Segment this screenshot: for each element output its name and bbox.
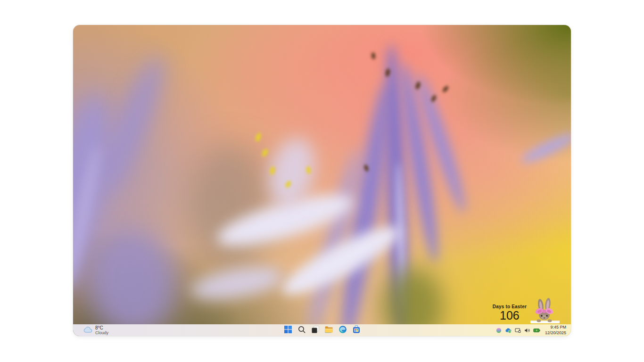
wallpaper-petal — [396, 62, 444, 264]
wallpaper-stamen — [255, 132, 262, 142]
taskbar: 8°C Cloudy — [73, 324, 571, 336]
taskbar-center-icons — [282, 324, 362, 336]
wallpaper-anther — [371, 52, 376, 60]
cloud-icon — [83, 326, 92, 335]
store-icon — [352, 325, 361, 336]
wallpaper-anther — [385, 68, 391, 77]
desktop-wallpaper[interactable] — [73, 25, 571, 336]
wallpaper-petal — [334, 82, 397, 336]
wallpaper-petal — [395, 162, 406, 313]
clock-date: 12/20/2025 — [545, 330, 566, 336]
wallpaper-petal — [412, 72, 471, 215]
desktop-screen: Days to Easter 106 — [73, 25, 571, 336]
start-button[interactable] — [282, 325, 294, 336]
weather-widget[interactable]: 8°C Cloudy — [73, 324, 108, 336]
network-tray-icon[interactable] — [515, 328, 521, 333]
wallpaper-stamen — [269, 166, 276, 175]
volume-tray-icon[interactable] — [524, 328, 530, 333]
wallpaper-stamen — [261, 148, 269, 158]
wallpaper-anther — [430, 94, 438, 103]
wallpaper-petal — [213, 184, 358, 256]
edge-icon — [339, 325, 347, 336]
weather-condition: Cloudy — [95, 330, 108, 335]
onedrive-synced-tray-icon[interactable] — [505, 328, 512, 333]
wallpaper-blur-shape — [91, 51, 173, 197]
app-sphere-tray-icon[interactable] — [496, 328, 502, 333]
wallpaper-anther — [363, 164, 370, 172]
store-button[interactable] — [350, 325, 362, 336]
wallpaper-petal — [262, 133, 322, 213]
wallpaper-blur-shape — [189, 143, 273, 270]
bunny-mascot-image — [530, 298, 560, 324]
search-icon — [297, 325, 306, 336]
wallpaper-blur-shape — [73, 143, 104, 288]
task-view-button[interactable] — [309, 325, 321, 336]
file-explorer-button[interactable] — [323, 325, 335, 336]
clock-time: 9:45 PM — [545, 325, 566, 330]
wallpaper-petal — [275, 216, 406, 305]
file-explorer-icon — [324, 325, 333, 336]
wallpaper-stamen — [284, 180, 292, 189]
wallpaper-blur-shape — [73, 89, 120, 296]
windows-start-icon — [284, 325, 292, 336]
wallpaper-stamen — [306, 166, 312, 174]
easter-countdown-widget[interactable]: Days to Easter 106 — [493, 298, 560, 324]
battery-tray-icon[interactable] — [533, 328, 540, 333]
wallpaper-petal — [382, 43, 411, 336]
wallpaper-petal — [188, 261, 286, 305]
weather-temperature: 8°C — [95, 325, 108, 331]
clock[interactable]: 9:45 PM 12/20/2025 — [545, 325, 566, 336]
wallpaper-petal — [519, 129, 571, 167]
edge-button[interactable] — [337, 325, 348, 336]
wallpaper-petal — [305, 146, 365, 336]
wallpaper-anther — [415, 81, 421, 90]
system-tray: 9:45 PM 12/20/2025 — [496, 324, 571, 336]
wallpaper-anther — [442, 85, 449, 93]
task-view-icon — [311, 325, 320, 336]
wallpaper-blur-shape — [80, 222, 184, 336]
easter-countdown-days: 106 — [493, 309, 527, 321]
search-button[interactable] — [296, 325, 307, 336]
